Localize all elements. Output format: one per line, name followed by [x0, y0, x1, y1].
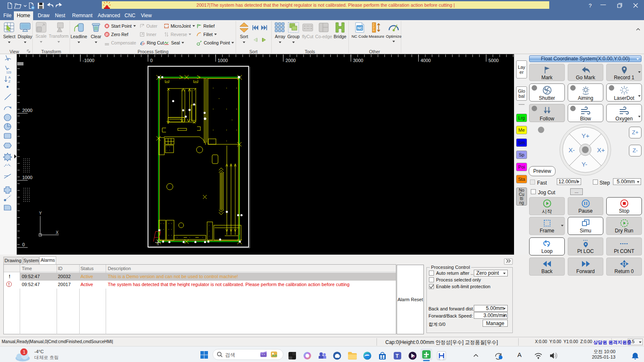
svg-text:X-: X- [569, 146, 575, 154]
svg-text:2000: 2000 [286, 58, 296, 63]
svg-text:NC: NC [357, 26, 363, 30]
svg-text:A: A [8, 76, 11, 79]
svg-text:Y+: Y+ [582, 132, 589, 139]
svg-text:0: 0 [22, 242, 25, 247]
svg-text:X+: X+ [597, 146, 605, 154]
svg-text:123: 123 [6, 71, 11, 74]
svg-text:P: P [143, 42, 145, 46]
svg-text:Y-: Y- [582, 161, 587, 168]
svg-text:P: P [106, 33, 108, 37]
svg-text:5000: 5000 [488, 58, 499, 63]
svg-text:2000: 2000 [22, 108, 32, 113]
svg-text:T: T [396, 353, 399, 359]
svg-text:1000: 1000 [22, 175, 32, 180]
svg-text:1000: 1000 [218, 58, 228, 63]
svg-text:X: X [56, 230, 59, 235]
svg-text:3000: 3000 [353, 58, 363, 63]
svg-text:Y: Y [39, 211, 42, 216]
svg-text:Z: Z [8, 80, 10, 83]
svg-text:-1000: -1000 [83, 58, 94, 63]
svg-text:0: 0 [150, 58, 153, 63]
svg-text:4000: 4000 [421, 58, 431, 63]
svg-text:1: 1 [23, 349, 26, 354]
svg-text:HMI: HMI [424, 356, 427, 358]
